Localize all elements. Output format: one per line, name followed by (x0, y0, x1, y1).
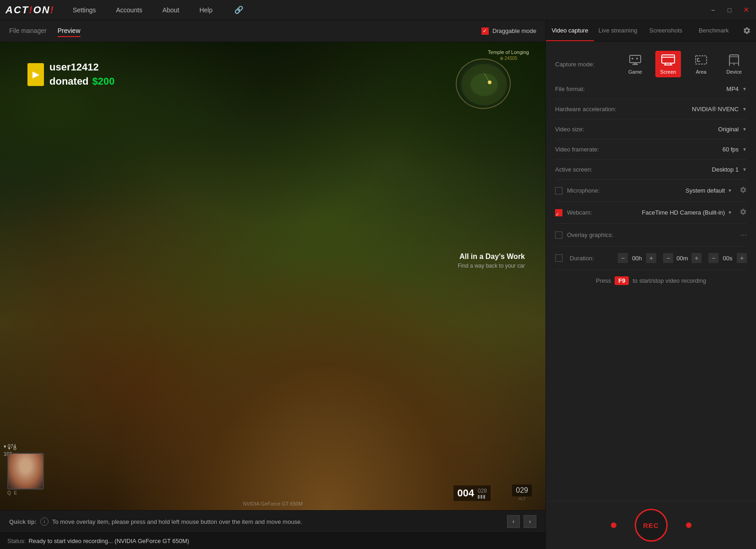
svg-rect-11 (662, 55, 675, 63)
ammo-container: 004 028 (454, 485, 491, 501)
donation-icon: ▶ (27, 63, 44, 86)
rec-area: REC (546, 501, 756, 549)
video-size-arrow: ▼ (742, 127, 747, 132)
microphone-row: Microphone: System default ▼ (555, 186, 747, 202)
video-framerate-dropdown[interactable]: 60 fps ▼ (723, 146, 747, 153)
duration-seconds-minus[interactable]: − (708, 253, 718, 263)
rec-dot-left (611, 522, 616, 528)
panel-settings-icon[interactable] (738, 20, 756, 41)
video-framerate-row: Video framerate: 60 fps ▼ (555, 146, 747, 160)
overlay-more-button[interactable]: ··· (740, 230, 747, 240)
tab-benchmark[interactable]: Benchmark (690, 21, 738, 41)
duration-minutes-plus[interactable]: + (691, 253, 702, 263)
capture-mode-label: Capture mode: (555, 61, 615, 68)
titlebar: ACT!ON! Settings Accounts About Help 🔗 −… (0, 0, 756, 20)
quick-tip-content: Quick tip: i To move overlay item, pleas… (9, 517, 302, 526)
capture-mode-row: Capture mode: (555, 51, 747, 77)
tip-prev-button[interactable]: ‹ (507, 515, 520, 528)
svg-rect-4 (630, 55, 641, 63)
webcam-dropdown[interactable]: FaceTime HD Camera (Built-in) ▼ (642, 209, 732, 216)
overlay-checkbox[interactable] (555, 231, 562, 239)
video-size-dropdown[interactable]: Original ▼ (718, 126, 747, 133)
close-button[interactable]: ✕ (741, 5, 751, 15)
capture-mode-screen[interactable]: Screen (655, 51, 681, 77)
tab-live-streaming[interactable]: Live streaming (594, 21, 642, 41)
maximize-button[interactable]: □ (725, 5, 734, 15)
microphone-value: System default (686, 187, 725, 194)
duration-hours-plus[interactable]: + (646, 253, 656, 263)
weapon2-ammo: 029 (512, 484, 532, 496)
capture-mode-area[interactable]: Area (688, 51, 714, 77)
duration-seconds-plus[interactable]: + (737, 253, 747, 263)
gun-overlay (109, 253, 545, 510)
left-panel: File manager Preview ✓ Draggable mode ▶ (0, 20, 545, 549)
donation-overlay: ▶ user12412 donated $200 (27, 60, 115, 89)
capture-mode-area-label: Area (696, 69, 706, 75)
ammo-reserve: 028 (478, 488, 487, 494)
tip-next-button[interactable]: › (524, 515, 536, 528)
webcam-checkbox[interactable]: ✓ (555, 209, 562, 216)
tab-screenshots[interactable]: Screenshots (642, 21, 690, 41)
window-controls: − □ ✕ (708, 5, 751, 15)
quest-text: All in a Day's Work Find a way back to y… (458, 253, 525, 269)
file-format-row: File format: MP4 ▼ (555, 86, 747, 99)
microphone-dropdown[interactable]: System default ▼ (686, 187, 732, 194)
draggable-mode-toggle[interactable]: ✓ Draggable mode (481, 27, 536, 35)
game-scene: ▶ user12412 donated $200 Temple of Longi… (0, 42, 545, 510)
capture-mode-screen-label: Screen (660, 69, 676, 75)
svg-point-1 (470, 73, 498, 96)
nav-help[interactable]: Help (196, 5, 216, 16)
rec-button[interactable]: REC (635, 509, 668, 542)
donation-donated-label: donated (49, 75, 89, 89)
donation-amount: $200 (92, 75, 115, 89)
avatar-face (8, 454, 43, 489)
duration-minutes-value: 00m (675, 255, 690, 262)
hardware-accel-arrow: ▼ (742, 107, 747, 112)
tab-video-capture[interactable]: Video capture (546, 21, 594, 41)
file-format-dropdown[interactable]: MP4 ▼ (726, 86, 747, 92)
ammo-bar (478, 495, 480, 499)
minimap-container: Temple of Longing ⊕ 24505 (488, 49, 529, 63)
duration-row: Duration: − 00h + − 00m + − 00s + (555, 253, 747, 270)
minimap (456, 59, 511, 109)
webcam-settings-icon[interactable] (740, 208, 747, 217)
microphone-label: Microphone: (567, 187, 681, 194)
status-text: Ready to start video recording... (NVIDI… (28, 538, 189, 544)
nav-accounts[interactable]: Accounts (112, 5, 146, 16)
duration-label: Duration: (570, 255, 611, 262)
svg-point-20 (734, 64, 735, 65)
subnav-file-manager[interactable]: File manager (9, 25, 47, 37)
ammo-info: 028 (478, 488, 487, 499)
pin-button[interactable]: 🔗 (231, 4, 247, 16)
duration-hours-value: 00h (630, 255, 644, 262)
hotkey-prefix: Press (596, 277, 611, 284)
draggable-mode-checkbox[interactable]: ✓ (481, 27, 489, 35)
right-panel: Video capture Live streaming Screenshots… (545, 20, 756, 549)
hotkey-suffix: to start/stop video recording (632, 277, 706, 284)
capture-mode-device[interactable]: Device (721, 51, 747, 77)
duration-checkbox[interactable] (555, 254, 562, 262)
capture-mode-game[interactable]: Game (622, 51, 648, 77)
nav-settings[interactable]: Settings (69, 5, 100, 16)
active-screen-dropdown[interactable]: Desktop 1 ▼ (712, 166, 747, 173)
rec-dot-right (686, 522, 691, 528)
microphone-checkbox[interactable] (555, 187, 562, 194)
svg-point-8 (636, 58, 638, 59)
subnav-preview[interactable]: Preview (58, 25, 81, 37)
area-icon (693, 54, 709, 66)
overlay-row: Overlay graphics: ··· (555, 230, 747, 247)
webcam-row: ✓ Webcam: FaceTime HD Camera (Built-in) … (555, 208, 747, 224)
microphone-settings-icon[interactable] (740, 186, 747, 195)
main-container: File manager Preview ✓ Draggable mode ▶ (0, 20, 756, 549)
file-format-value: MP4 (726, 86, 739, 92)
video-size-label: Video size: (555, 126, 718, 133)
hardware-accel-dropdown[interactable]: NVIDIA® NVENC ▼ (692, 106, 747, 113)
minimize-button[interactable]: − (708, 5, 718, 15)
duration-minutes-minus[interactable]: − (663, 253, 673, 263)
minimap-code: ⊕ 24505 (488, 56, 529, 61)
hotkey-q: Q (7, 490, 11, 495)
nav-about[interactable]: About (159, 5, 183, 16)
duration-hours-minus[interactable]: − (618, 253, 628, 263)
tip-navigation: ‹ › (507, 515, 536, 528)
capture-modes: Game Screen (620, 51, 747, 77)
